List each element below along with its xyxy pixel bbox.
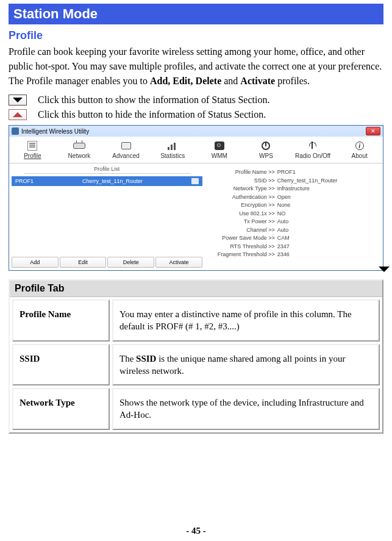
toolbar-advanced-label: Advanced <box>112 152 139 159</box>
show-status-button[interactable] <box>9 95 27 106</box>
collapse-toggle[interactable] <box>379 267 390 272</box>
wps-icon <box>258 140 273 151</box>
hide-status-button[interactable] <box>9 109 27 120</box>
triangle-down-icon <box>379 267 390 272</box>
profile-row-ssid: Cherry_test_11n_Router <box>82 178 143 184</box>
detail-encryption: Encryption >>None <box>207 201 380 210</box>
window-titlebar: Intelligent Wireless Utility ✕ <box>9 126 383 137</box>
network-icon <box>72 140 87 151</box>
toolbar-about[interactable]: i About <box>336 139 383 160</box>
toolbar-statistics-label: Statistics <box>160 152 185 159</box>
intro-paragraph: Profile can book keeping your favorite w… <box>9 45 383 88</box>
intro-text-2: and <box>221 76 240 86</box>
hide-status-desc: Click this button to hide the informatio… <box>38 109 266 120</box>
profile-icon <box>25 140 40 151</box>
profile-list-pane: Profile List PROF1 Cherry_test_11n_Route… <box>9 163 205 270</box>
triangle-up-icon <box>13 112 23 117</box>
toolbar-profile[interactable]: Profile <box>9 139 56 160</box>
delete-button[interactable]: Delete <box>107 257 154 268</box>
toolbar: Profile Network Advanced Statistics WMM … <box>9 137 383 163</box>
detail-ssid: SSID >>Cherry_test_11n_Router <box>207 177 380 185</box>
detail-rts: RTS Threshold >>2347 <box>207 243 380 251</box>
toolbar-wmm-label: WMM <box>212 152 227 159</box>
intro-bold-2: Activate <box>240 76 275 86</box>
row-profile-name-desc: You may enter a distinctive name of prof… <box>112 299 380 342</box>
toolbar-wmm[interactable]: WMM <box>196 139 243 160</box>
radio-icon <box>305 140 320 151</box>
detail-txpower: Tx Power >>Auto <box>207 218 380 226</box>
row-ssid-label: SSID <box>12 344 110 386</box>
window-title: Intelligent Wireless Utility <box>21 128 89 135</box>
triangle-down-icon <box>13 98 23 102</box>
intro-bold-1: Add, Edit, Delete <box>150 76 221 86</box>
activate-button[interactable]: Activate <box>155 257 202 268</box>
about-icon: i <box>352 140 367 151</box>
toolbar-wps-label: WPS <box>259 152 273 159</box>
row-network-type-desc: Shows the network type of the device, in… <box>112 388 380 430</box>
toolbar-statistics[interactable]: Statistics <box>149 139 196 160</box>
show-status-desc: Click this button to show the informatio… <box>38 95 269 106</box>
statistics-icon <box>165 140 180 151</box>
add-button[interactable]: Add <box>12 257 59 268</box>
profile-tab-header: Profile Tab <box>10 281 382 297</box>
toolbar-radio[interactable]: Radio On/Off <box>290 139 337 160</box>
profile-list-header: Profile List <box>24 166 190 174</box>
toolbar-radio-label: Radio On/Off <box>295 152 330 159</box>
toolbar-wps[interactable]: WPS <box>243 139 290 160</box>
edit-button[interactable]: Edit <box>60 257 107 268</box>
title-bar: Station Mode <box>9 4 383 24</box>
toolbar-advanced[interactable]: Advanced <box>102 139 149 160</box>
detail-8021x: Use 802.1x >>NO <box>207 210 380 218</box>
profile-list-row[interactable]: PROF1 Cherry_test_11n_Router <box>12 176 202 186</box>
advanced-icon <box>119 140 134 151</box>
profile-detail-pane: Profile Name >>PROF1 SSID >>Cherry_test_… <box>205 163 383 270</box>
intro-text-3: profiles. <box>275 76 310 86</box>
toolbar-network-label: Network <box>68 152 91 159</box>
wmm-icon <box>212 140 227 151</box>
detail-psm: Power Save Mode >>CAM <box>207 234 380 243</box>
utility-window: Intelligent Wireless Utility ✕ Profile N… <box>9 125 383 271</box>
row-ssid-desc: The SSID is the unique name shared among… <box>112 344 380 386</box>
page-number: - 45 - <box>0 526 392 536</box>
section-heading-profile: Profile <box>9 29 383 42</box>
detail-auth: Authentication >>Open <box>207 193 380 202</box>
profile-tab-table: Profile Tab Profile Name You may enter a… <box>9 279 383 434</box>
toolbar-profile-label: Profile <box>24 152 41 159</box>
detail-profile-name: Profile Name >>PROF1 <box>207 168 380 177</box>
window-close-button[interactable]: ✕ <box>366 127 380 135</box>
row-network-type-label: Network Type <box>12 388 110 430</box>
window-app-icon <box>12 127 19 135</box>
toolbar-about-label: About <box>352 152 368 159</box>
signal-icon <box>191 178 199 184</box>
detail-channel: Channel >>Auto <box>207 226 380 235</box>
detail-network-type: Network Type >>Infrastructure <box>207 185 380 193</box>
row-profile-name-label: Profile Name <box>12 299 110 342</box>
detail-fragment: Fragment Threshold >>2346 <box>207 251 380 259</box>
toolbar-network[interactable]: Network <box>56 139 103 160</box>
profile-row-name: PROF1 <box>15 178 34 184</box>
